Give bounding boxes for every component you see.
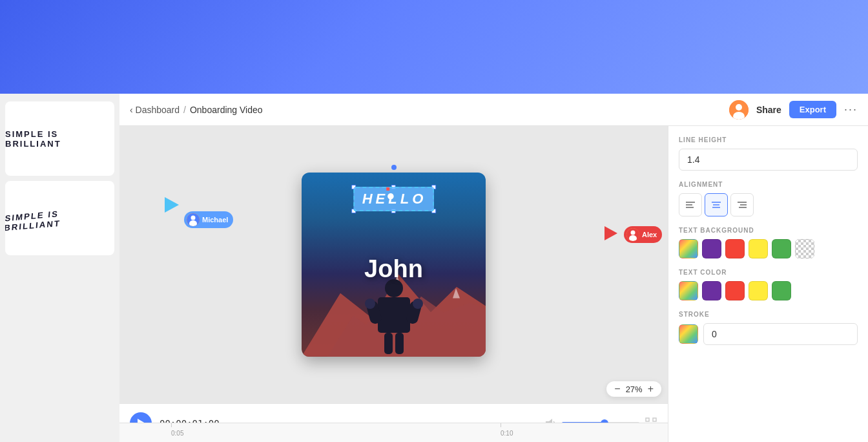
- video-card[interactable]: H E ● L L O John: [302, 173, 486, 357]
- hello-l2: L: [400, 191, 411, 207]
- text-background-label: TEXT BACKGROUND: [679, 227, 858, 234]
- stroke-color-swatch[interactable]: [679, 324, 698, 344]
- collaborator-badge-alex: Alex: [624, 226, 662, 243]
- more-options-button[interactable]: ···: [844, 103, 858, 116]
- breadcrumb-current: Onboarding Video: [190, 105, 263, 115]
- tick-0-5: 0:05: [171, 430, 183, 437]
- top-bar: ‹ Dashboard / Onboarding Video Share Exp…: [119, 94, 868, 126]
- svg-rect-17: [384, 333, 393, 354]
- right-panel: Design Inspect LINE HEIGHT ALIGNMENT TEX…: [668, 94, 868, 442]
- bg-color-green[interactable]: [772, 239, 791, 258]
- collaborator-badge-michael: Michael: [184, 211, 233, 228]
- stroke-input[interactable]: [703, 323, 858, 345]
- align-right-button[interactable]: [730, 193, 754, 216]
- timeline-ruler: 0:05 0:10: [119, 423, 668, 442]
- svg-rect-23: [646, 418, 649, 421]
- person-silhouette: [365, 277, 423, 357]
- sidebar-card-2[interactable]: SIMPLE IS BRILLIANT: [5, 181, 114, 255]
- right-panel-content: LINE HEIGHT ALIGNMENT TEXT BACKGROUND: [668, 126, 868, 442]
- tick-line-1: [171, 423, 172, 427]
- app-background-gradient: [0, 0, 868, 94]
- video-card-container: H E ● L L O John: [302, 173, 486, 357]
- svg-rect-24: [653, 418, 656, 421]
- zoom-in-button[interactable]: +: [648, 384, 654, 394]
- svg-point-1: [736, 104, 742, 111]
- tick-line-2: [501, 423, 501, 427]
- align-left-button[interactable]: [679, 193, 702, 216]
- alignment-label: ALIGNMENT: [679, 181, 858, 188]
- hello-o: O: [412, 191, 425, 207]
- sidebar-card-2-text: SIMPLE IS BRILLIANT: [5, 204, 114, 233]
- canvas-area: Michael: [119, 126, 668, 403]
- stroke-label: STROKE: [679, 311, 858, 318]
- text-color-purple[interactable]: [702, 281, 721, 300]
- text-color-green[interactable]: [772, 281, 791, 300]
- alignment-group: [679, 193, 858, 216]
- collab-name-alex: Alex: [642, 231, 657, 238]
- hello-text-box[interactable]: H E ● L L O: [353, 187, 435, 211]
- selection-anchor: [391, 165, 397, 170]
- bg-color-purple[interactable]: [702, 239, 721, 258]
- hello-dot: ●: [386, 187, 389, 191]
- text-color-yellow[interactable]: [749, 281, 768, 300]
- hello-text-container[interactable]: H E ● L L O: [353, 187, 435, 211]
- svg-point-20: [631, 231, 636, 235]
- svg-rect-18: [395, 333, 404, 354]
- text-color-label: TEXT COLOR: [679, 269, 858, 276]
- text-color-gradient[interactable]: [679, 281, 698, 300]
- line-height-label: LINE HEIGHT: [679, 136, 858, 143]
- line-height-input[interactable]: [679, 149, 858, 171]
- hello-e: E ●: [376, 191, 388, 207]
- text-color-swatches: [679, 281, 858, 300]
- collab-avatar-alex: [626, 228, 639, 241]
- play-indicator-alex: [604, 226, 617, 240]
- collab-name-michael: Michael: [202, 216, 228, 224]
- sidebar-card-1[interactable]: SIMPLE IS BRILLIANT: [5, 101, 114, 176]
- svg-point-4: [191, 216, 196, 220]
- john-text: John: [364, 255, 423, 283]
- avatar: [729, 100, 749, 120]
- zoom-value: 27%: [626, 384, 643, 394]
- text-color-red[interactable]: [725, 281, 745, 300]
- sidebar-card-1-text: SIMPLE IS BRILLIANT: [5, 129, 114, 149]
- bg-color-gradient[interactable]: [679, 239, 698, 258]
- stroke-row: [679, 323, 858, 345]
- hello-h: H: [362, 191, 375, 207]
- tick-1-0: 0:10: [501, 430, 513, 437]
- svg-point-16: [413, 299, 423, 309]
- left-sidebar: SIMPLE IS BRILLIANT SIMPLE IS BRILLIANT: [0, 94, 119, 442]
- breadcrumb-back[interactable]: ‹ Dashboard: [130, 105, 180, 115]
- export-button[interactable]: Export: [789, 101, 836, 118]
- top-bar-right: Share Export ···: [729, 100, 858, 120]
- bg-color-red[interactable]: [725, 239, 745, 258]
- play-indicator-michael: [165, 197, 179, 213]
- collab-avatar-michael: [187, 213, 200, 226]
- breadcrumb-separator: /: [183, 105, 186, 115]
- svg-point-15: [365, 299, 375, 309]
- zoom-out-button[interactable]: −: [614, 384, 620, 394]
- align-center-button[interactable]: [705, 193, 728, 216]
- bg-color-yellow[interactable]: [749, 239, 768, 258]
- breadcrumb: ‹ Dashboard / Onboarding Video: [130, 105, 263, 115]
- bg-color-transparent[interactable]: [795, 239, 814, 258]
- share-button[interactable]: Share: [756, 105, 781, 115]
- svg-rect-12: [378, 297, 410, 333]
- zoom-controls: − 27% +: [606, 381, 661, 397]
- text-background-colors: [679, 239, 858, 258]
